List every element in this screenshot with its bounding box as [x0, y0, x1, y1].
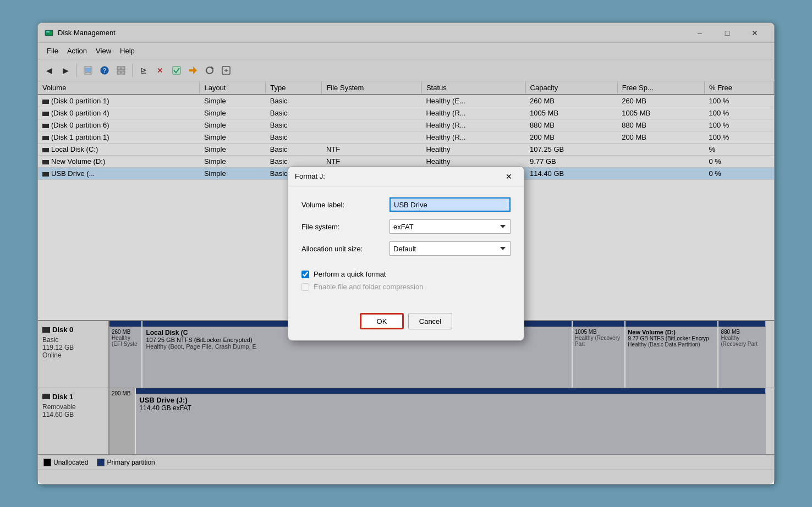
- dialog-title: Format J:: [295, 172, 501, 180]
- volume-label-control: [389, 197, 511, 212]
- allocation-row: Allocation unit size: Default 512 1024 2…: [301, 241, 511, 256]
- allocation-control: Default 512 1024 2048 4096: [389, 241, 511, 256]
- volume-label-row: Volume label:: [301, 197, 511, 212]
- allocation-select[interactable]: Default 512 1024 2048 4096: [389, 241, 511, 256]
- file-system-row: File system: exFAT NTFS FAT32: [301, 219, 511, 234]
- dialog-body: Volume label: File system: exFAT NTFS FA…: [288, 186, 524, 306]
- main-window: Disk Management – □ ✕ File Action View H…: [37, 23, 775, 484]
- volume-label-input[interactable]: [389, 197, 511, 212]
- compression-checkbox[interactable]: [301, 283, 309, 291]
- dialog-title-bar: Format J: ✕: [288, 167, 524, 186]
- volume-label-text: Volume label:: [301, 201, 389, 209]
- quick-format-label: Perform a quick format: [314, 270, 386, 278]
- compression-row: Enable file and folder compression: [301, 283, 511, 291]
- ok-button[interactable]: OK: [360, 313, 404, 329]
- quick-format-row: Perform a quick format: [301, 270, 511, 278]
- quick-format-checkbox[interactable]: [301, 271, 309, 278]
- file-system-label: File system:: [301, 223, 389, 231]
- dialog-footer: OK Cancel: [288, 306, 524, 340]
- format-dialog: Format J: ✕ Volume label: File system:: [288, 166, 524, 341]
- cancel-button[interactable]: Cancel: [408, 313, 452, 329]
- allocation-label: Allocation unit size:: [301, 245, 389, 253]
- compression-label: Enable file and folder compression: [314, 283, 423, 291]
- file-system-control: exFAT NTFS FAT32: [389, 219, 511, 234]
- modal-overlay: Format J: ✕ Volume label: File system:: [38, 23, 774, 484]
- file-system-select[interactable]: exFAT NTFS FAT32: [389, 219, 511, 234]
- dialog-close-button[interactable]: ✕: [501, 169, 517, 184]
